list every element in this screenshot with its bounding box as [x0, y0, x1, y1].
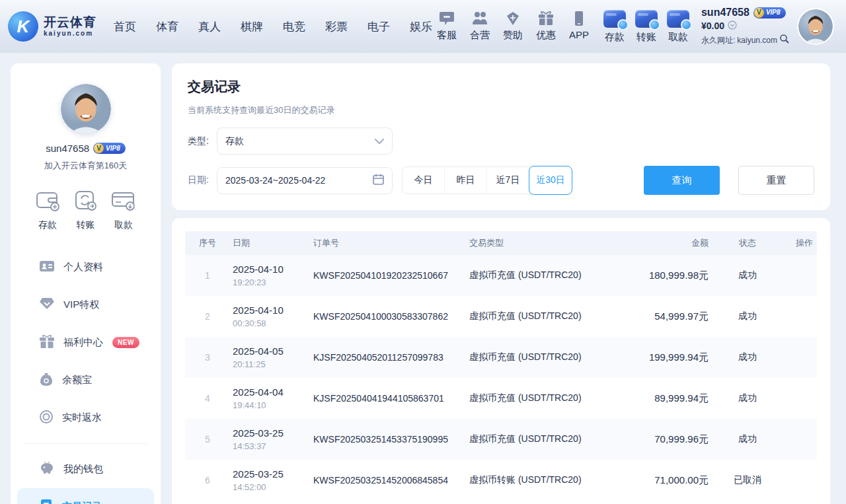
quick-action-label: 取款: [114, 219, 133, 231]
vip-shield-icon: V: [94, 143, 104, 153]
nav-item-sports[interactable]: 体育: [156, 19, 178, 34]
shortcut-label: 转账: [636, 31, 656, 44]
table-header-row: 序号 日期 订单号 交易类型 金额 状态 操作: [185, 231, 817, 255]
column-header-type: 交易类型: [467, 237, 619, 249]
chat-icon: [439, 11, 455, 26]
nav-item-live[interactable]: 真人: [198, 19, 221, 34]
site-logo[interactable]: K 开云体育 kaiyun.com: [8, 11, 96, 42]
shortcut-label: 优惠: [536, 29, 556, 42]
row-order-number: KJSF202504052011257099783: [311, 352, 467, 363]
transfer-button[interactable]: 转账: [635, 10, 658, 44]
row-date: 2025-04-04: [233, 386, 284, 398]
permanent-url-value: kaiyun.com: [737, 36, 777, 46]
transactions-table-panel: 序号 日期 订单号 交易类型 金额 状态 操作 1 2025-04-1019:2…: [172, 218, 830, 504]
nav-item-slots[interactable]: 电子: [367, 19, 390, 34]
shortcut-label: 合营: [470, 29, 490, 42]
wallet-shortcuts: 存款 转账 取款: [603, 10, 689, 44]
range-yesterday-button[interactable]: 昨日: [445, 166, 487, 194]
balance-expand-icon[interactable]: [728, 20, 737, 33]
withdraw-button[interactable]: 取款: [667, 10, 689, 44]
row-order-number: KWSF202504100030583307862: [311, 311, 467, 322]
sidebar-item-my-wallet[interactable]: 我的钱包: [11, 450, 161, 488]
app-download-button[interactable]: APP: [569, 11, 589, 42]
row-seq: 3: [185, 352, 230, 363]
table-row: 4 2025-04-0419:44:10 KJSF202504041944105…: [185, 378, 817, 419]
piggy-bank-icon: [40, 462, 54, 477]
logo-brand-text: 开云体育: [44, 16, 96, 30]
row-date: 2025-04-05: [233, 345, 284, 357]
page-title: 交易记录: [188, 78, 814, 96]
row-time: 20:11:25: [233, 359, 266, 369]
range-today-button[interactable]: 今日: [403, 166, 445, 194]
range-30days-button[interactable]: 近30日: [529, 166, 572, 195]
gem-icon: [40, 297, 54, 312]
customer-service-button[interactable]: 客服: [437, 11, 457, 42]
range-7days-button[interactable]: 近7日: [487, 166, 529, 194]
type-select[interactable]: 存款: [217, 127, 393, 155]
row-transaction-type: 虚拟币充值 (USDT/TRC20): [467, 270, 619, 281]
row-time: 14:53:37: [233, 441, 266, 451]
row-time: 14:52:00: [233, 482, 266, 492]
sidebar-item-profile[interactable]: 个人资料: [11, 248, 161, 286]
row-time: 19:20:23: [233, 277, 266, 287]
row-transaction-type: 虚拟币充值 (USDT/TRC20): [467, 310, 619, 322]
row-seq: 6: [185, 475, 230, 486]
permanent-url-label: 永久网址:: [701, 36, 735, 46]
search-icon[interactable]: [779, 34, 789, 47]
sidebar-item-yuebao[interactable]: 余额宝: [11, 361, 161, 399]
row-date: 2025-03-25: [233, 468, 284, 480]
profile-username: sun47658: [46, 143, 89, 154]
sidebar-item-welfare[interactable]: 福利中心 NEW: [11, 324, 161, 361]
column-header-seq: 序号: [185, 237, 230, 249]
sponsor-icon: [505, 11, 521, 26]
column-header-order: 订单号: [311, 237, 467, 249]
join-days-text: 加入开云体育第160天: [11, 160, 161, 172]
nav-item-home[interactable]: 首页: [114, 19, 136, 34]
profile-vip-level: VIP8: [106, 145, 120, 152]
deposit-button[interactable]: 存款: [603, 10, 626, 44]
profile-avatar[interactable]: [61, 84, 111, 134]
nav-item-entertainment[interactable]: 娱乐: [410, 19, 432, 34]
page-subtitle: 当前系统支持查询最近30日的交易记录: [188, 104, 814, 116]
sidebar-menu: 个人资料 VIP特权 福利中心 NEW 余额宝 实时返水: [11, 248, 161, 504]
date-label: 日期:: [188, 174, 217, 186]
type-select-value: 存款: [225, 135, 375, 147]
sidebar-transfer-button[interactable]: 转账: [73, 189, 99, 231]
sidebar-deposit-button[interactable]: 存款: [34, 189, 61, 231]
partners-button[interactable]: 合营: [470, 11, 490, 42]
row-amount: 71,000.00元: [619, 474, 711, 487]
sponsor-button[interactable]: 赞助: [503, 11, 523, 42]
sidebar-item-label: 福利中心: [63, 336, 103, 349]
sidebar-item-vip[interactable]: VIP特权: [11, 286, 161, 324]
sidebar-item-label: 余额宝: [62, 374, 92, 386]
row-seq: 4: [185, 393, 230, 404]
row-transaction-type: 虚拟币充值 (USDT/TRC20): [467, 433, 619, 445]
promotions-button[interactable]: 优惠: [536, 11, 556, 42]
shortcut-label: 客服: [437, 29, 457, 42]
row-date: 2025-03-25: [233, 427, 284, 439]
sidebar-withdraw-button[interactable]: 取款: [110, 189, 137, 231]
new-badge: NEW: [112, 337, 139, 348]
nav-item-lottery[interactable]: 彩票: [325, 19, 348, 34]
sidebar-item-transaction-records[interactable]: 交易记录: [17, 488, 154, 504]
reset-button[interactable]: 重置: [738, 166, 814, 195]
row-datetime: 2025-04-0419:44:10: [230, 386, 311, 411]
username-text: sun47658: [701, 6, 750, 19]
row-datetime: 2025-04-0520:11:25: [230, 345, 311, 370]
row-status: 已取消: [711, 474, 784, 486]
column-header-amount: 金额: [619, 237, 711, 249]
profile-vip-badge: V VIP8: [93, 143, 126, 154]
user-avatar[interactable]: [798, 9, 833, 44]
row-transaction-type: 虚拟币转账 (USDT/TRC20): [467, 474, 619, 486]
nav-item-chess[interactable]: 棋牌: [241, 19, 263, 34]
row-seq: 1: [185, 270, 230, 281]
sidebar-item-rebate[interactable]: 实时返水: [11, 399, 161, 437]
row-order-number: KWSF202503251452006845854: [311, 475, 467, 486]
date-range-input[interactable]: 2025-03-24~2025-04-22: [217, 167, 393, 194]
nav-item-esports[interactable]: 电竞: [283, 19, 305, 34]
balance-amount: ¥0.00: [701, 20, 724, 32]
query-button[interactable]: 查询: [644, 166, 720, 195]
navbar-shortcuts: 客服 合营 赞助 优惠 APP: [437, 11, 589, 42]
row-date: 2025-04-10: [233, 264, 284, 275]
column-header-date: 日期: [230, 237, 311, 249]
